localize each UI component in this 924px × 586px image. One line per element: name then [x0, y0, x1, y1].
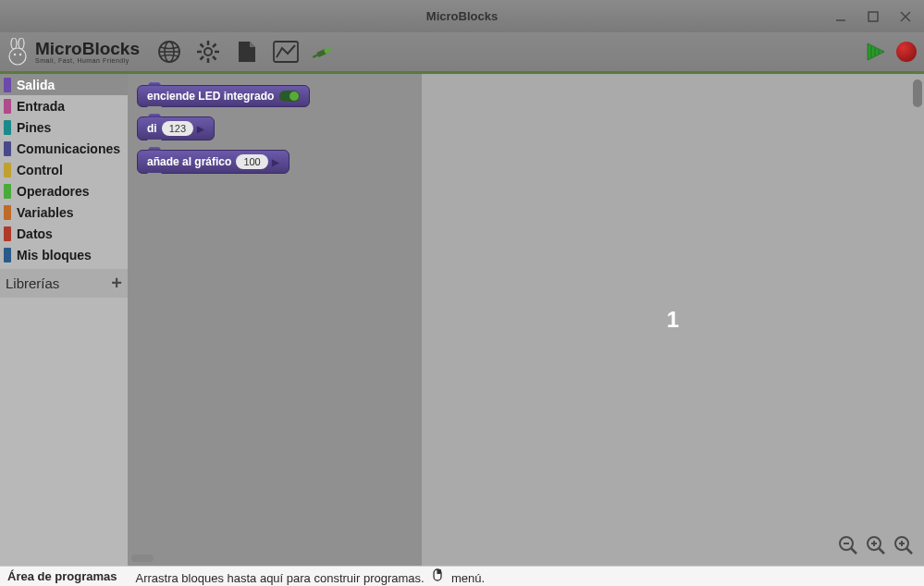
- app-logo: MicroBlocks Small, Fast, Human Friendly: [7, 38, 140, 66]
- category-label: Mis bloques: [17, 248, 92, 262]
- category-swatch: [4, 141, 11, 156]
- mouse-icon: [431, 568, 444, 582]
- settings-button[interactable]: [195, 39, 221, 65]
- category-pines[interactable]: Pines: [0, 116, 128, 138]
- statusbar-hint: Arrastra bloques hasta aquí para constru…: [136, 568, 486, 585]
- svg-point-12: [204, 48, 212, 55]
- category-swatch: [4, 120, 11, 135]
- svg-point-8: [19, 54, 21, 55]
- window-title: MicroBlocks: [426, 9, 498, 23]
- category-label: Comunicaciones: [17, 141, 120, 156]
- category-swatch: [4, 184, 11, 199]
- minimize-button[interactable]: [832, 7, 850, 26]
- category-control[interactable]: Control: [0, 159, 128, 180]
- svg-point-4: [11, 38, 17, 49]
- language-button[interactable]: [156, 39, 182, 65]
- category-label: Entrada: [17, 99, 65, 114]
- statusbar-title: Área de programas: [7, 569, 117, 583]
- scripting-canvas[interactable]: 1: [422, 74, 924, 566]
- zoom-in-button[interactable]: [893, 534, 915, 556]
- svg-rect-42: [437, 569, 441, 574]
- svg-line-29: [851, 548, 856, 554]
- libraries-label: Librerías: [6, 275, 59, 291]
- category-label: Datos: [17, 226, 53, 241]
- svg-line-37: [906, 548, 912, 554]
- block-palette: enciende LED integrado di 123 ▶ añade al…: [128, 74, 422, 566]
- zoom-in-icon: [893, 535, 914, 555]
- category-entrada[interactable]: Entrada: [0, 95, 128, 116]
- block-label: enciende LED integrado: [147, 90, 274, 103]
- block-label: añade al gráfico: [147, 155, 231, 168]
- category-swatch: [4, 226, 11, 241]
- category-variables[interactable]: Variables: [0, 201, 128, 223]
- svg-line-24: [313, 55, 317, 57]
- svg-rect-23: [324, 47, 331, 54]
- titlebar: MicroBlocks: [0, 0, 924, 32]
- close-button[interactable]: [896, 7, 915, 26]
- category-swatch: [4, 248, 11, 262]
- category-swatch: [4, 163, 11, 177]
- play-icon: [865, 41, 887, 63]
- block-input[interactable]: 100: [236, 154, 267, 169]
- bunny-icon: [7, 38, 30, 66]
- block-say[interactable]: di 123 ▶: [137, 116, 215, 140]
- libraries-header: Librerías +: [0, 269, 128, 298]
- svg-line-19: [213, 44, 216, 48]
- chevron-right-icon[interactable]: ▶: [272, 157, 279, 167]
- statusbar: Área de programas Arrastra bloques hasta…: [0, 566, 924, 586]
- category-label: Operadores: [17, 184, 90, 199]
- file-button[interactable]: [234, 39, 260, 65]
- category-comunicaciones[interactable]: Comunicaciones: [0, 138, 128, 159]
- block-toggle[interactable]: [279, 91, 300, 102]
- file-icon: [236, 40, 258, 64]
- svg-point-5: [18, 38, 24, 49]
- category-operadores[interactable]: Operadores: [0, 180, 128, 201]
- main-area: Salida Entrada Pines Comunicaciones Cont…: [0, 74, 924, 566]
- category-sidebar: Salida Entrada Pines Comunicaciones Cont…: [0, 74, 128, 566]
- add-library-button[interactable]: +: [111, 273, 122, 294]
- category-swatch: [4, 99, 11, 114]
- gear-icon: [196, 40, 220, 64]
- category-label: Variables: [17, 205, 74, 220]
- graph-button[interactable]: [273, 39, 299, 65]
- block-graph[interactable]: añade al gráfico 100 ▶: [137, 150, 290, 174]
- zoom-reset-icon: [866, 535, 886, 555]
- window-controls: [832, 7, 915, 26]
- zoom-controls: [837, 534, 915, 556]
- maximize-button[interactable]: [864, 7, 882, 26]
- logo-tagline: Small, Fast, Human Friendly: [35, 57, 140, 64]
- graph-icon: [273, 41, 299, 63]
- zoom-out-icon: [838, 535, 858, 555]
- svg-line-20: [200, 56, 203, 60]
- toolbar: MicroBlocks Small, Fast, Human Friendly: [0, 32, 924, 74]
- svg-line-18: [213, 56, 216, 60]
- zoom-out-button[interactable]: [837, 534, 859, 556]
- svg-line-17: [200, 44, 203, 48]
- block-led[interactable]: enciende LED integrado: [137, 85, 310, 107]
- category-label: Pines: [17, 120, 51, 135]
- block-input[interactable]: 123: [162, 121, 193, 136]
- chevron-right-icon[interactable]: ▶: [197, 124, 204, 134]
- block-label: di: [147, 122, 157, 135]
- category-label: Control: [17, 163, 63, 177]
- usb-icon: [312, 40, 338, 64]
- palette-scrollbar[interactable]: [131, 555, 154, 562]
- canvas-vscrollbar[interactable]: [913, 79, 922, 107]
- category-salida[interactable]: Salida: [0, 74, 128, 95]
- stop-button[interactable]: [896, 42, 917, 62]
- category-swatch: [4, 78, 11, 92]
- svg-line-32: [879, 548, 884, 554]
- svg-rect-1: [869, 12, 878, 21]
- globe-icon: [157, 40, 181, 64]
- svg-point-7: [14, 54, 16, 55]
- logo-name: MicroBlocks: [35, 40, 140, 57]
- zoom-reset-button[interactable]: [865, 534, 887, 556]
- category-swatch: [4, 205, 11, 220]
- run-button[interactable]: [865, 41, 887, 63]
- category-label: Salida: [17, 78, 55, 92]
- category-mis-bloques[interactable]: Mis bloques: [0, 244, 128, 265]
- svg-point-6: [9, 48, 26, 65]
- canvas-value: 1: [667, 307, 679, 333]
- connect-button[interactable]: [312, 39, 338, 65]
- category-datos[interactable]: Datos: [0, 223, 128, 244]
